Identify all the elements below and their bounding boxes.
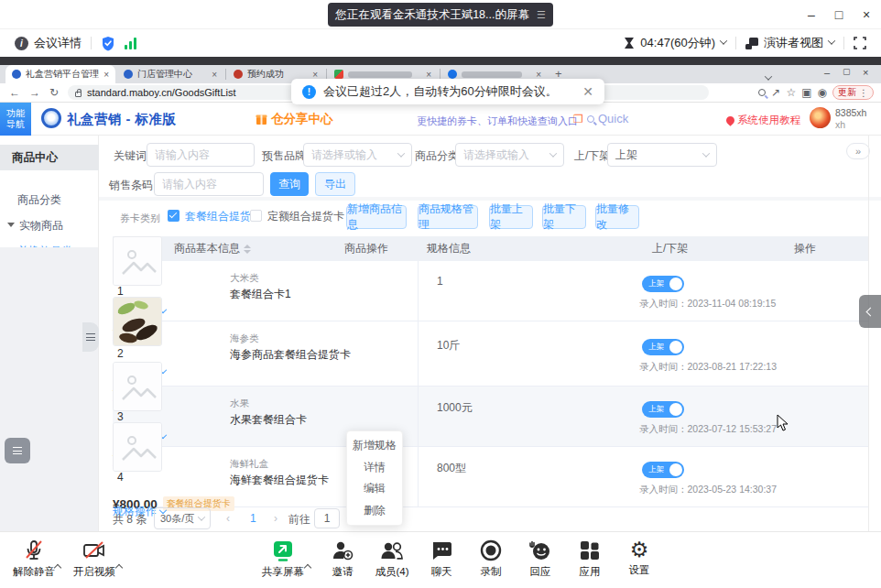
prev-page-icon[interactable]: ‹ [226, 512, 230, 525]
next-page-icon[interactable]: › [274, 512, 277, 525]
tab-close-icon[interactable]: × [536, 70, 541, 80]
members-button[interactable]: 成员(4) [366, 539, 418, 579]
status-toggle[interactable]: 上架 [642, 401, 684, 418]
tutorial-link[interactable]: 系统使用教程 [726, 114, 800, 127]
category-select[interactable]: 请选择或输入 [455, 143, 564, 167]
tab-close-icon[interactable]: × [426, 70, 431, 80]
checkbox-unchecked-icon[interactable] [250, 210, 262, 222]
network-signal-icon[interactable] [125, 37, 136, 49]
tab-close-icon[interactable]: × [212, 70, 217, 80]
add-product-button[interactable]: 新增商品信息 [346, 205, 407, 229]
filter-collapse-button[interactable]: » [846, 143, 870, 159]
checkbox-fixed-card[interactable]: 定额组合提货卡 [250, 209, 344, 224]
goto-label: 前往 [288, 512, 310, 528]
spec-value: 800型 [437, 461, 466, 476]
profile-icon[interactable]: ◉ [818, 86, 827, 99]
status-select[interactable]: 上架 [607, 143, 717, 167]
settings-button[interactable]: ⚙ 设置 [614, 539, 665, 577]
meeting-details-button[interactable]: i 会议详情 [15, 35, 82, 51]
view-dropdown-icon[interactable] [828, 37, 835, 44]
status-toggle[interactable]: 上架 [642, 462, 684, 478]
browser-update-button[interactable]: 更新 ⋮ [832, 85, 874, 100]
mic-options-chevron[interactable] [55, 558, 60, 574]
checkbox-package-card[interactable]: 套餐组合提货卡 [168, 209, 262, 224]
col-product-info[interactable]: 商品基本信息 [174, 236, 251, 261]
barcode-input[interactable] [154, 172, 264, 196]
sidebar-section-goods-center[interactable]: 商品中心 [0, 145, 99, 170]
meeting-timer[interactable]: 04:47(60分钟) [624, 35, 726, 51]
back-icon[interactable]: ← [9, 86, 20, 99]
tab-search-icon[interactable] [766, 68, 771, 84]
forward-icon[interactable]: → [29, 86, 40, 99]
chat-button[interactable]: 聊天 [416, 539, 467, 579]
toast-close-icon[interactable]: ✕ [582, 84, 593, 99]
share-options-chevron[interactable] [305, 558, 310, 574]
spec-value: 1 [437, 275, 443, 288]
menu-item-details[interactable]: 详情 [347, 457, 402, 478]
record-button[interactable]: 录制 [465, 539, 517, 579]
col-spec-info: 规格信息 [427, 236, 471, 261]
status-toggle[interactable]: 上架 [642, 339, 684, 355]
checkbox-checked-icon[interactable] [168, 210, 179, 222]
invite-button[interactable]: 邀请 [317, 539, 368, 579]
export-button[interactable]: 导出 [315, 172, 355, 196]
start-video-button[interactable]: 开启视频 [69, 539, 120, 579]
current-page[interactable]: 1 [250, 512, 256, 525]
batch-on-button[interactable]: 批量上架 [489, 205, 533, 229]
bookmark-star-icon[interactable]: ☆ [786, 86, 796, 99]
tab-close-icon[interactable]: × [312, 70, 318, 80]
unmute-button[interactable]: 解除静音 [8, 539, 60, 579]
menu-dots-icon[interactable]: ⋮ [859, 88, 868, 98]
goto-page-input[interactable] [314, 508, 340, 528]
menu-item-edit[interactable]: 编辑 [347, 478, 402, 499]
batch-off-button[interactable]: 批量下架 [542, 205, 586, 229]
status-toggle[interactable]: 上架 [642, 276, 684, 292]
minimize-button[interactable]: – [799, 4, 824, 26]
side-panel-icon[interactable]: ▣ [801, 86, 811, 99]
table-row: 2 海参类 海参商品套餐组合提货卡 商品操作 10斤 ¥500.00套餐组合提货… [113, 321, 868, 387]
quick-search[interactable]: Quick [587, 112, 628, 125]
share-screen-button[interactable]: 共享屏幕 [257, 539, 309, 579]
menu-item-add-spec[interactable]: 新增规格 [347, 435, 402, 456]
keyword-input[interactable] [147, 143, 255, 167]
close-button[interactable]: × [854, 4, 879, 26]
menu-item-delete[interactable]: 删除 [347, 500, 402, 521]
share-icon[interactable]: ↗ [771, 86, 780, 99]
brand-select[interactable]: 请选择或输入 [303, 143, 412, 167]
col-status: 上/下架 [652, 236, 688, 261]
card-type-label: 券卡类别 [120, 212, 160, 225]
sidebar-item-physical-goods[interactable]: 实物商品 [7, 218, 63, 234]
spec-manage-button[interactable]: 商品规格管理 [418, 205, 478, 229]
sort-icon[interactable] [244, 245, 251, 254]
quick-entry-icon[interactable]: ❐ [573, 113, 583, 125]
shield-icon[interactable] [101, 36, 115, 51]
video-options-chevron[interactable] [116, 558, 122, 574]
browser-close-icon[interactable]: × [863, 67, 868, 78]
batch-edit-button[interactable]: 批量修改 [595, 205, 639, 229]
panel-expand-handle[interactable] [859, 295, 881, 328]
zoom-icon[interactable] [758, 86, 766, 99]
reaction-button[interactable]: 回应 [515, 539, 566, 579]
meeting-toast: ! 会议已超过2人，自动转为60分钟限时会议。 ✕ [291, 79, 604, 104]
page-size-select[interactable]: 30条/页 [154, 507, 211, 529]
sidebar-collapse-handle[interactable] [82, 322, 99, 352]
meeting-float-widget[interactable] [5, 438, 30, 463]
maximize-button[interactable]: □ [826, 4, 852, 26]
banner-menu-icon[interactable]: ☰ [537, 9, 546, 21]
user-avatar[interactable] [810, 107, 831, 128]
tab-close-icon[interactable]: × [103, 70, 109, 80]
timer-dropdown-icon[interactable] [720, 37, 727, 44]
function-nav-button[interactable]: 功能导航 [0, 103, 31, 136]
apps-button[interactable]: 应用 [564, 539, 615, 579]
share-center-link[interactable]: 仓分享中心 [256, 111, 333, 127]
sidebar-item-goods-category[interactable]: 商品分类 [17, 192, 61, 208]
search-button[interactable]: 查询 [270, 172, 309, 196]
col-action: 操作 [794, 236, 816, 261]
view-switcher[interactable]: 演讲者视图 [745, 35, 834, 51]
reload-icon[interactable]: ↻ [49, 86, 59, 99]
browser-maximize-icon[interactable]: ▢ [843, 67, 851, 76]
browser-tab-active[interactable]: 礼盒营销平台管理中心 × [5, 65, 115, 83]
browser-minimize-icon[interactable]: – [824, 67, 830, 78]
browser-tab[interactable]: 门店管理中心 × [117, 65, 223, 83]
fullscreen-icon[interactable] [854, 37, 866, 49]
